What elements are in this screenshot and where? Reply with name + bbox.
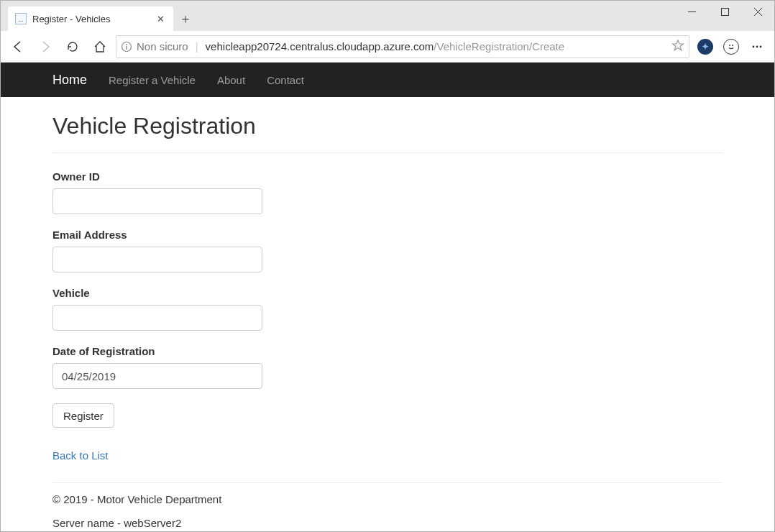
form-group-date: Date of Registration (52, 345, 723, 389)
new-tab-button[interactable]: ＋ (173, 6, 198, 31)
nav-brand[interactable]: Home (52, 73, 87, 88)
back-arrow-icon (12, 40, 24, 53)
svg-rect-1 (721, 8, 728, 15)
home-button[interactable] (88, 35, 111, 58)
nav-link-about[interactable]: About (217, 74, 245, 86)
footer-divider (52, 482, 723, 483)
svg-point-5 (126, 44, 127, 45)
window-maximize-button[interactable] (708, 1, 741, 22)
toolbar-right-icons: ✦ (694, 35, 769, 58)
minimize-icon (688, 8, 696, 16)
close-icon (754, 8, 762, 16)
svg-point-11 (760, 45, 762, 47)
svg-point-7 (729, 45, 730, 46)
refresh-icon (66, 40, 79, 53)
email-input[interactable] (52, 247, 262, 272)
svg-point-9 (753, 45, 755, 47)
page-footer: © 2019 - Motor Vehicle Department Server… (52, 482, 723, 529)
url-host: vehicleapp20724.centralus.cloudapp.azure… (206, 40, 434, 52)
svg-point-8 (732, 45, 733, 46)
maximize-icon (721, 8, 729, 16)
back-button[interactable] (6, 35, 29, 58)
more-button[interactable] (746, 35, 769, 58)
form-group-email: Email Address (52, 229, 723, 272)
vehicle-label: Vehicle (52, 287, 723, 299)
vehicle-input[interactable] (52, 305, 262, 331)
security-indicator[interactable]: Non sicuro (121, 40, 188, 52)
smile-icon (723, 39, 739, 55)
email-label: Email Address (52, 229, 723, 241)
footer-server: Server name - webServer2 (52, 517, 723, 529)
browser-titlebar: ⎵ Register - Vehicles ✕ ＋ (1, 1, 774, 31)
page-content: Vehicle Registration Owner ID Email Addr… (1, 97, 774, 532)
browser-chrome: ⎵ Register - Vehicles ✕ ＋ (1, 1, 774, 63)
register-button[interactable]: Register (52, 403, 114, 428)
dots-icon (751, 40, 763, 53)
extension-button[interactable]: ✦ (694, 35, 717, 58)
nav-link-register[interactable]: Register a Vehicle (109, 74, 196, 86)
owner-id-input[interactable] (52, 188, 262, 214)
url-text: vehicleapp20724.centralus.cloudapp.azure… (206, 40, 564, 52)
date-label: Date of Registration (52, 345, 723, 357)
tab-title: Register - Vehicles (32, 14, 149, 24)
svg-point-10 (756, 45, 758, 47)
address-bar[interactable]: Non sicuro | vehicleapp20724.centralus.c… (116, 35, 689, 58)
browser-tab[interactable]: ⎵ Register - Vehicles ✕ (8, 6, 173, 31)
form-group-vehicle: Vehicle (52, 287, 723, 331)
refresh-button[interactable] (61, 35, 84, 58)
address-separator: | (196, 40, 198, 52)
extension-icon: ✦ (697, 39, 713, 55)
browser-toolbar: Non sicuro | vehicleapp20724.centralus.c… (1, 31, 774, 63)
heading-divider (52, 152, 723, 153)
tab-close-icon[interactable]: ✕ (155, 14, 166, 24)
security-text: Non sicuro (137, 40, 188, 52)
footer-copyright: © 2019 - Motor Vehicle Department (52, 493, 723, 505)
window-minimize-button[interactable] (675, 1, 708, 22)
info-icon (121, 41, 132, 52)
nav-link-contact[interactable]: Contact (267, 74, 304, 86)
site-navbar: Home Register a Vehicle About Contact (1, 63, 774, 97)
page-heading: Vehicle Registration (52, 113, 723, 139)
window-close-button[interactable] (741, 1, 774, 22)
tab-favicon-icon: ⎵ (15, 13, 27, 24)
back-to-list-link[interactable]: Back to List (52, 449, 109, 462)
forward-arrow-icon (39, 40, 52, 53)
url-path: /VehicleRegistration/Create (434, 40, 564, 52)
date-input[interactable] (52, 363, 262, 389)
favorite-button[interactable] (671, 39, 684, 54)
home-icon (93, 40, 106, 53)
form-group-owner-id: Owner ID (52, 170, 723, 214)
star-icon (671, 39, 684, 52)
owner-id-label: Owner ID (52, 170, 723, 183)
window-controls (675, 1, 774, 31)
feedback-button[interactable] (720, 35, 743, 58)
forward-button[interactable] (34, 35, 57, 58)
